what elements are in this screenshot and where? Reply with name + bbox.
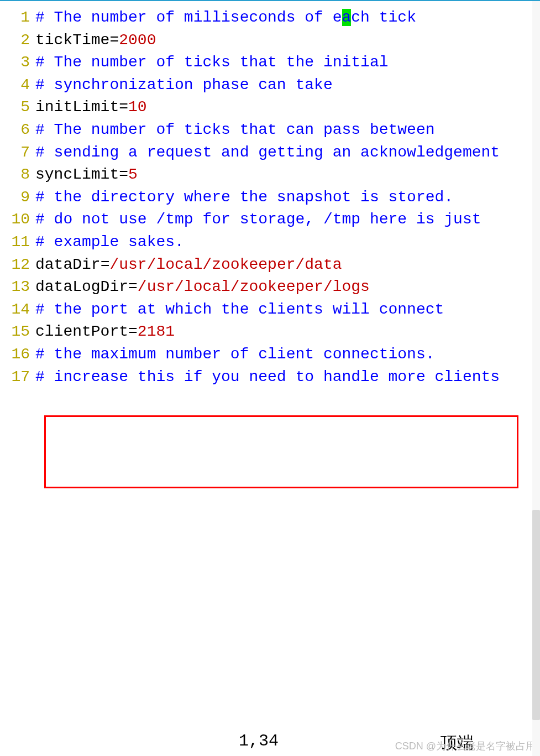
token: /usr/local/zookeeper/logs <box>138 278 370 295</box>
line-number: 5 <box>4 96 35 119</box>
code-line[interactable]: 4# synchronization phase can take <box>4 74 536 97</box>
code-content[interactable]: syncLimit=5 <box>35 164 536 186</box>
token: 2181 <box>138 323 175 340</box>
token: # sending a request and getting an ackno… <box>35 144 500 161</box>
line-number: 16 <box>4 343 35 366</box>
code-line[interactable]: 6# The number of ticks that can pass bet… <box>4 119 536 142</box>
code-line[interactable]: 15clientPort=2181 <box>4 321 536 343</box>
code-line[interactable]: 7# sending a request and getting an ackn… <box>4 142 536 164</box>
token: tickTime <box>35 32 109 49</box>
code-content[interactable]: # synchronization phase can take <box>35 74 536 97</box>
code-line[interactable]: 5initLimit=10 <box>4 96 536 119</box>
token: dataDir <box>35 256 101 273</box>
code-content[interactable]: initLimit=10 <box>35 96 536 119</box>
code-content[interactable]: # the port at which the clients will con… <box>35 299 536 321</box>
token: # do not use /tmp for storage, /tmp here… <box>35 211 481 228</box>
scrollbar-track[interactable] <box>532 1 540 756</box>
token: # synchronization phase can take <box>35 76 333 93</box>
line-number: 10 <box>4 208 35 231</box>
line-number: 11 <box>4 231 35 254</box>
token: clientPort <box>35 323 128 340</box>
token: # example sakes. <box>35 233 184 251</box>
line-number: 3 <box>4 51 35 74</box>
token: # The number of ticks that can pass betw… <box>35 121 435 138</box>
line-number: 13 <box>4 276 35 299</box>
code-line[interactable]: 3# The number of ticks that the initial <box>4 51 536 74</box>
highlight-box <box>44 415 518 488</box>
token: ch tick <box>351 9 416 26</box>
code-content[interactable]: # The number of ticks that the initial <box>35 51 536 74</box>
line-number: 9 <box>4 186 35 209</box>
line-number: 12 <box>4 254 35 277</box>
token: # The number of milliseconds of e <box>35 9 342 26</box>
line-number: 1 <box>4 7 35 29</box>
code-content[interactable]: dataLogDir=/usr/local/zookeeper/logs <box>35 276 536 299</box>
code-line[interactable]: 17# increase this if you need to handle … <box>4 366 536 389</box>
line-number: 6 <box>4 119 35 142</box>
token: = <box>109 32 119 49</box>
code-content[interactable]: dataDir=/usr/local/zookeeper/data <box>35 254 536 277</box>
code-content[interactable]: # increase this if you need to handle mo… <box>35 366 536 389</box>
token: = <box>101 256 110 273</box>
token: # The number of ticks that the initial <box>35 54 389 71</box>
code-content[interactable]: # example sakes. <box>35 231 536 254</box>
line-number: 15 <box>4 321 35 343</box>
token: dataLogDir <box>35 278 128 295</box>
code-line[interactable]: 8syncLimit=5 <box>4 164 536 186</box>
code-content[interactable]: # sending a request and getting an ackno… <box>35 142 536 164</box>
code-content[interactable]: # the directory where the snapshot is st… <box>35 186 536 209</box>
token: 10 <box>128 98 147 116</box>
line-number: 7 <box>4 142 35 164</box>
token: = <box>119 166 128 183</box>
code-content[interactable]: # the maximum number of client connectio… <box>35 343 536 366</box>
line-number: 8 <box>4 164 35 186</box>
code-content[interactable]: # The number of milliseconds of each tic… <box>35 7 536 29</box>
code-line[interactable]: 13dataLogDir=/usr/local/zookeeper/logs <box>4 276 536 299</box>
cursor-position: 1,34 <box>239 732 279 750</box>
token: a <box>342 9 352 26</box>
token: 2000 <box>119 32 156 49</box>
code-line[interactable]: 16# the maximum number of client connect… <box>4 343 536 366</box>
token: # the directory where the snapshot is st… <box>35 189 453 206</box>
token: 5 <box>128 166 138 183</box>
code-line[interactable]: 12dataDir=/usr/local/zookeeper/data <box>4 254 536 277</box>
code-content[interactable]: clientPort=2181 <box>35 321 536 343</box>
token: # the maximum number of client connectio… <box>35 346 435 363</box>
token: # increase this if you need to handle mo… <box>35 368 500 385</box>
code-line[interactable]: 2tickTime=2000 <box>4 29 536 52</box>
code-line[interactable]: 10# do not use /tmp for storage, /tmp he… <box>4 208 536 231</box>
scrollbar-thumb[interactable] <box>532 510 540 720</box>
code-content[interactable]: # The number of ticks that can pass betw… <box>35 119 536 142</box>
token: # the port at which the clients will con… <box>35 301 444 318</box>
watermark: CSDN @为什么老是名字被占用 <box>395 739 536 753</box>
token: = <box>128 278 138 295</box>
line-number: 2 <box>4 29 35 52</box>
token: = <box>119 98 128 116</box>
token: = <box>128 323 138 340</box>
code-editor[interactable]: 1# The number of milliseconds of each ti… <box>0 1 540 388</box>
line-number: 17 <box>4 366 35 389</box>
code-line[interactable]: 1# The number of milliseconds of each ti… <box>4 7 536 29</box>
code-line[interactable]: 14# the port at which the clients will c… <box>4 299 536 321</box>
token: initLimit <box>35 98 119 116</box>
token: /usr/local/zookeeper/data <box>109 256 342 273</box>
code-content[interactable]: tickTime=2000 <box>35 29 536 52</box>
code-content[interactable]: # do not use /tmp for storage, /tmp here… <box>35 208 536 231</box>
line-number: 14 <box>4 299 35 321</box>
line-number: 4 <box>4 74 35 97</box>
code-line[interactable]: 9# the directory where the snapshot is s… <box>4 186 536 209</box>
token: syncLimit <box>35 166 119 183</box>
code-line[interactable]: 11# example sakes. <box>4 231 536 254</box>
